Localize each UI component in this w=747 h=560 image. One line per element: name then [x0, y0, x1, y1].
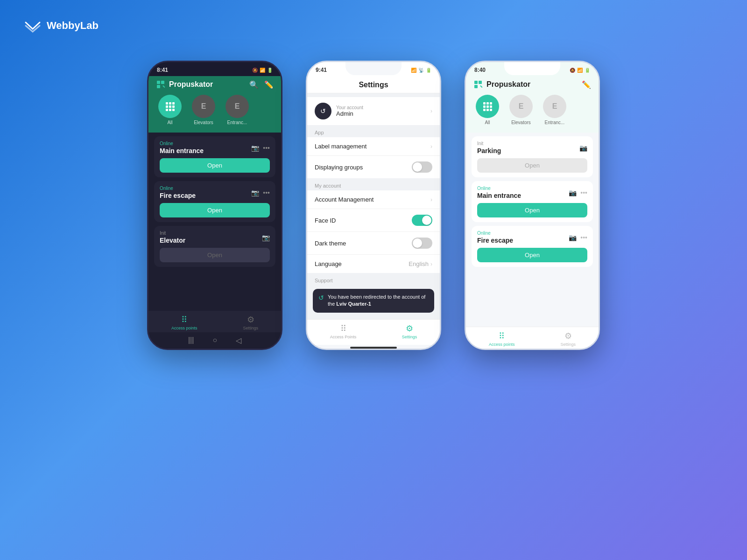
phone3-nav-settings[interactable]: ⚙ Settings — [560, 331, 576, 347]
phone3-card-parking: Init Parking 📷 Open — [472, 136, 593, 177]
phone3-card1-open-button[interactable]: Open — [477, 158, 587, 173]
search-icon[interactable]: 🔍 — [249, 80, 259, 89]
phone1-card3-left: Init Elevator — [160, 231, 185, 244]
phone2-displaying-groups-toggle[interactable] — [412, 161, 432, 173]
phone1-card2-icons: 📷 ••• — [251, 189, 270, 196]
phone3-card3-open-button[interactable]: Open — [477, 248, 587, 262]
phone3-card3-title: Fire escape — [477, 237, 513, 244]
phone1-card3-open-button[interactable]: Open — [160, 248, 270, 262]
phone3-card2-open-button[interactable]: Open — [477, 203, 587, 217]
phone1-card2-title: Fire escape — [160, 192, 196, 199]
phone1-avatar-entrances[interactable]: E Entranc... — [223, 95, 251, 125]
phone-3: 8:40 🔕 📶 🔋 — [465, 61, 600, 350]
phone2-label-management-row[interactable]: Label management › — [307, 137, 440, 156]
phone1-card3-icons: 📷 — [262, 234, 270, 241]
phone2-nav-access-points[interactable]: ⠿ Access Points — [330, 323, 357, 339]
android-home-icon[interactable]: ○ — [212, 336, 217, 345]
phone1-card-fire-escape: Online Fire escape 📷 ••• Open — [154, 181, 275, 222]
phone2-content: 9:41 📶 📡 🔋 Settings ↺ — [307, 62, 440, 349]
phone1-card1-open-button[interactable]: Open — [160, 158, 270, 173]
phone3-edit-icon[interactable]: ✏️ — [582, 80, 591, 89]
phone-1: 8:41 🔕 📶 🔋 — [147, 61, 282, 350]
phone2-label-chevron: › — [430, 143, 432, 150]
phone3-entrances-circle: E — [543, 95, 566, 118]
phone3-card2-status: Online — [477, 186, 521, 191]
edit-icon[interactable]: ✏️ — [264, 80, 274, 89]
phone2-language-row[interactable]: Language English › — [307, 255, 440, 273]
phone3-body: Init Parking 📷 Open Online Main — [466, 133, 599, 327]
phone3-time: 8:40 — [474, 67, 486, 73]
phone1-card1-left: Online Main entrance — [160, 141, 204, 154]
phone3-card1-icons: 📷 — [579, 144, 587, 152]
phone2-language-text: English — [409, 260, 429, 267]
phone3-avatar-elevators[interactable]: E Elevators — [507, 95, 535, 125]
battery-icon: 🔋 — [267, 68, 273, 73]
phone3-nav-access-points[interactable]: ⠿ Access points — [489, 331, 515, 347]
phone1-nav-access-points[interactable]: ⠿ Access points — [171, 315, 197, 330]
phone1-all-avatar-circle — [158, 95, 182, 118]
phone3-camera-icon-3: 📷 — [569, 234, 577, 241]
phone2-nav-settings[interactable]: ⚙ Settings — [402, 323, 417, 339]
phone1-card-elevator: Init Elevator 📷 Open — [154, 226, 275, 267]
phone2-bottom-nav: ⠿ Access Points ⚙ Settings — [307, 319, 440, 345]
settings-icon: ⚙ — [247, 315, 254, 325]
phone-2: 9:41 📶 📡 🔋 Settings ↺ — [306, 61, 441, 350]
phone3-card3-icons: 📷 ••• — [569, 234, 587, 241]
phone1-status-icons: 🔕 📶 🔋 — [252, 68, 273, 73]
phone1-android-nav: ||| ○ ◁ — [148, 332, 281, 349]
phone2-account-left: ↺ Your account Admin — [315, 103, 363, 119]
phone3-app-title: Propuskator — [473, 80, 530, 89]
phone2-account-chevron: › — [430, 108, 432, 114]
phone3-signal-icon: 📶 — [577, 68, 583, 73]
grid-icon — [166, 102, 175, 111]
phone2-displaying-groups: Displaying groups — [315, 164, 363, 171]
phone2-darktheme-toggle[interactable] — [412, 238, 432, 249]
phone2-faceid-toggle[interactable] — [412, 215, 432, 226]
phone1-all-label: All — [167, 120, 172, 125]
phone3-nav-access-label: Access points — [489, 342, 515, 347]
phone2-account-management: Account Management — [315, 196, 374, 203]
phone3-avatar-entrances[interactable]: E Entranc... — [541, 95, 569, 125]
phone2-account-management-row[interactable]: Account Management › — [307, 190, 440, 209]
phone3-avatar-all[interactable]: All — [473, 95, 501, 125]
phone2-status-icons: 📶 📡 🔋 — [411, 68, 431, 73]
phone1-nav-settings[interactable]: ⚙ Settings — [243, 315, 258, 330]
svg-rect-4 — [474, 81, 478, 84]
phone2-displaying-groups-knob — [413, 162, 422, 172]
phone3-access-points-icon: ⠿ — [499, 331, 505, 341]
logo-text: WebbyLab — [47, 20, 99, 32]
phone1-avatar-elevators[interactable]: E Elevators — [190, 95, 218, 125]
phone2-faceid-row[interactable]: Face ID — [307, 209, 440, 232]
phone1-app-icons: 🔍 ✏️ — [249, 80, 274, 89]
phone2-account-row[interactable]: ↺ Your account Admin › — [307, 97, 440, 125]
phone1-body: Online Main entrance 📷 ••• Open — [148, 133, 281, 311]
phone1-app-bar: Propuskator 🔍 ✏️ — [156, 80, 274, 89]
phone3-all-label: All — [485, 120, 490, 125]
camera-icon-3: 📷 — [262, 234, 270, 241]
phones-container: 8:41 🔕 📶 🔋 — [0, 61, 747, 350]
android-back-icon[interactable]: ||| — [188, 336, 194, 345]
phone2-darktheme-row[interactable]: Dark theme — [307, 232, 440, 255]
phone2-account-label: Admin — [336, 110, 363, 117]
phone1-card2-status: Online — [160, 186, 196, 191]
phone1-green-header: Propuskator 🔍 ✏️ — [148, 76, 281, 133]
phone1-card2-left: Online Fire escape — [160, 186, 196, 199]
phone1-elevators-circle: E — [192, 95, 215, 118]
phone1-card2-open-button[interactable]: Open — [160, 203, 270, 217]
phone1-card1-title-row: Online Main entrance 📷 ••• — [160, 141, 270, 154]
phone1-nav-access-label: Access points — [171, 326, 197, 330]
phone3-avatar-row: All E Elevators E Entranc... — [473, 95, 591, 125]
phone1-avatar-all[interactable]: All — [156, 95, 184, 125]
phone3-card2-title: Main entrance — [477, 192, 521, 199]
phone3-card-fire-escape: Online Fire escape 📷 ••• Open — [472, 226, 593, 267]
phone3-nav-settings-label: Settings — [560, 342, 576, 347]
android-recents-icon[interactable]: ◁ — [236, 336, 241, 345]
phone3-content: 8:40 🔕 📶 🔋 — [466, 62, 599, 349]
phone2-language-value: English › — [409, 260, 432, 267]
phone2-battery-icon: 🔋 — [426, 68, 431, 73]
notification-bold: Lviv Quarter-1 — [336, 301, 371, 307]
more-icon-2: ••• — [263, 189, 270, 196]
phone2-displaying-groups-row[interactable]: Displaying groups — [307, 156, 440, 178]
phone2-faceid: Face ID — [315, 217, 336, 224]
phone2-home-indicator — [350, 347, 397, 349]
